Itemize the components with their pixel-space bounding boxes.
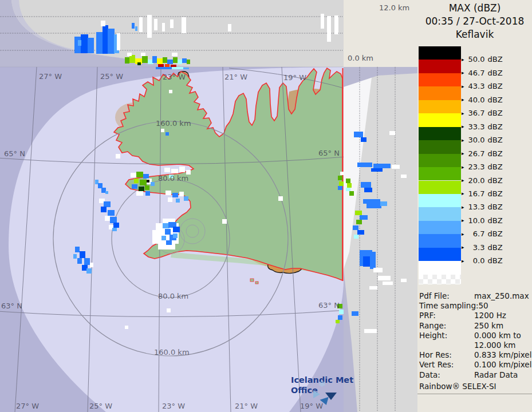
range-ring-label: 160.0 km	[154, 348, 190, 356]
legend-entry: ▸30.0dBZ	[462, 136, 503, 144]
legend-arrow-icon: ▸	[462, 97, 464, 102]
legend-unit: dBZ	[488, 176, 503, 185]
legend-arrow-icon: ▸	[462, 244, 464, 250]
legend-swatch	[419, 207, 461, 220]
legend-value: 50.0	[466, 55, 485, 64]
lon-label: 25° W	[89, 402, 112, 410]
legend-entry: ▸16.7dBZ	[462, 189, 503, 198]
legend-value: 10.0	[466, 216, 485, 225]
legend-entry: ▸6.7dBZ	[462, 229, 503, 238]
lat-label: 63° N	[318, 302, 340, 310]
legend-swatch	[419, 86, 461, 100]
legend-value: 36.7	[466, 109, 485, 117]
legend-swatch	[419, 73, 461, 86]
range-ring-label: 160.0 km	[156, 120, 191, 128]
panel-divider	[417, 394, 532, 395]
legend-unit: dBZ	[488, 55, 503, 64]
legend-unit: dBZ	[488, 149, 503, 158]
legend-arrow-icon: ▸	[462, 84, 464, 89]
lon-label: 19° W	[283, 74, 306, 82]
meta-row-label: Vert Res:	[419, 360, 454, 369]
legend-value: 13.3	[466, 203, 485, 211]
legend-entry: ▸3.3dBZ	[462, 243, 503, 252]
legend-swatch	[419, 140, 461, 153]
legend-arrow-icon: ▸	[462, 231, 464, 237]
legend-unit: dBZ	[488, 109, 503, 117]
legend-value: 20.0	[466, 176, 485, 185]
legend-value: 3.3	[466, 243, 485, 252]
meta-row-label: Height:	[419, 331, 447, 339]
legend-entry: ▸33.3dBZ	[462, 122, 503, 131]
lat-label: 63° N	[1, 302, 22, 310]
legend-swatch	[419, 154, 461, 167]
legend-arrow-icon: ▸	[462, 137, 464, 143]
radar-site-name: Keflavik	[417, 30, 532, 40]
lon-label: 23° W	[162, 402, 185, 410]
legend-value: 26.7	[466, 149, 485, 158]
profile-max-height-label: 12.0 km	[379, 4, 409, 12]
meta-row-value: 250 km	[474, 322, 503, 330]
legend-entry: ▸50.0dBZ	[462, 55, 503, 64]
legend-unit: dBZ	[488, 243, 503, 252]
legend-unit: dBZ	[488, 189, 503, 198]
software-footer: Rainbow® SELEX-SI	[419, 382, 496, 390]
legend-arrow-icon: ▸	[462, 164, 464, 170]
legend-unit: dBZ	[488, 136, 503, 144]
lon-label: 27° W	[16, 402, 39, 410]
legend-unit: dBZ	[488, 256, 503, 265]
lon-label: 21° W	[235, 402, 258, 410]
legend-entry: ▸20.0dBZ	[462, 176, 503, 185]
meta-row-value: 0.100 km/pixel	[474, 360, 531, 369]
legend-entry: ▸46.7dBZ	[462, 69, 503, 77]
legend-entry: ▸23.3dBZ	[462, 163, 503, 171]
legend-arrow-icon: ▸	[462, 124, 464, 129]
legend-swatch	[419, 113, 461, 126]
legend-swatch	[419, 46, 461, 60]
legend-arrow-icon: ▸	[462, 177, 464, 183]
top-profile-strip	[0, 0, 344, 67]
profile-min-height-label: 0.0 km	[348, 54, 373, 62]
meta-row-value: max_250.max	[474, 292, 529, 300]
legend-unit: dBZ	[488, 229, 503, 238]
legend-swatch-below-scale	[419, 261, 461, 275]
lon-label: 19° W	[300, 402, 323, 410]
legend-unit: dBZ	[488, 96, 503, 104]
legend-unit: dBZ	[488, 69, 503, 77]
legend-entry: ▸13.3dBZ	[462, 203, 503, 211]
legend-value: 43.3	[466, 82, 485, 90]
range-ring-label: 80.0 km	[158, 292, 188, 300]
legend-unit: dBZ	[488, 82, 503, 90]
legend-unit: dBZ	[488, 216, 503, 225]
legend-entry: ▸43.3dBZ	[462, 82, 503, 90]
snowflake-icon: ❄	[318, 379, 326, 389]
legend-entry: ▸36.7dBZ	[462, 109, 503, 117]
legend-value: 33.3	[466, 122, 485, 131]
legend-swatch	[419, 234, 461, 247]
logo-triangle-light-icon	[313, 390, 320, 398]
legend-swatch	[419, 167, 461, 180]
meta-row-label: Range:	[419, 322, 446, 330]
meta-row-label: Pdf File:	[419, 292, 450, 300]
legend-value: 23.3	[466, 163, 485, 171]
lon-label: 23° W	[163, 73, 186, 81]
legend-arrow-icon: ▸	[462, 110, 464, 116]
meta-row-value: 0.000 km to	[474, 331, 521, 339]
legend-entry: ▸10.0dBZ	[462, 216, 503, 225]
meta-row-label: Data:	[419, 371, 440, 379]
legend-arrow-icon: ▸	[462, 191, 464, 196]
legend-arrow-icon: ▸	[462, 70, 464, 76]
meta-row-value: 12.000 km	[474, 341, 516, 349]
legend-swatch	[419, 60, 461, 73]
legend-swatch	[419, 248, 461, 261]
legend-entry: ▸0.0dBZ	[462, 256, 503, 265]
legend-arrow-icon: ▸	[462, 150, 464, 156]
legend-unit: dBZ	[488, 163, 503, 171]
radar-display-window: 12.0 km 0.0 km 27° W25° W23° W21° W19° W…	[0, 0, 532, 412]
legend-value: 16.7	[466, 189, 485, 198]
range-ring-label: 80.0 km	[158, 175, 188, 183]
legend-arrow-icon: ▸	[462, 217, 464, 223]
legend-value: 46.7	[466, 69, 485, 77]
legend-entry: ▸26.7dBZ	[462, 149, 503, 158]
product-datetime: 00:35 / 27-Oct-2018	[417, 17, 532, 27]
meta-row-value: 0.833 km/pixel	[474, 351, 531, 359]
